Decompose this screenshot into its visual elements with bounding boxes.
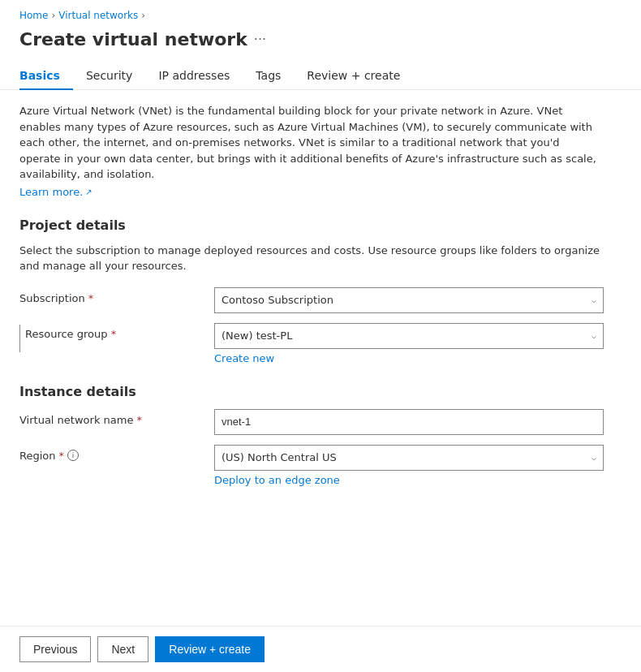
region-row: Region * i (US) North Central US ⌵ Deplo… bbox=[19, 445, 622, 486]
next-button[interactable]: Next bbox=[97, 636, 148, 662]
resource-group-control-wrap: (New) test-PL ⌵ Create new bbox=[214, 323, 604, 364]
resource-group-required: * bbox=[111, 328, 117, 340]
main-content: Azure Virtual Network (VNet) is the fund… bbox=[0, 90, 641, 509]
region-select[interactable]: (US) North Central US ⌵ bbox=[214, 445, 604, 471]
region-label: Region * i bbox=[19, 445, 214, 462]
subscription-control-wrap: Contoso Subscription ⌵ bbox=[214, 287, 604, 313]
subscription-row: Subscription * Contoso Subscription ⌵ bbox=[19, 287, 622, 313]
breadcrumb-chevron-1: › bbox=[51, 10, 55, 21]
subscription-value: Contoso Subscription bbox=[222, 294, 333, 306]
external-link-icon: ↗ bbox=[85, 187, 92, 196]
deploy-edge-zone-link[interactable]: Deploy to an edge zone bbox=[214, 474, 604, 486]
resource-group-value: (New) test-PL bbox=[222, 330, 292, 342]
subscription-required: * bbox=[88, 292, 94, 304]
vnet-name-label: Virtual network name * bbox=[19, 409, 214, 426]
breadcrumb-chevron-2: › bbox=[141, 10, 145, 21]
resource-group-select[interactable]: (New) test-PL ⌵ bbox=[214, 323, 604, 349]
project-details-section: Project details Select the subscription … bbox=[19, 218, 622, 364]
subscription-select[interactable]: Contoso Subscription ⌵ bbox=[214, 287, 604, 313]
tabs-bar: Basics Security IP addresses Tags Review… bbox=[0, 62, 641, 90]
subscription-arrow-icon: ⌵ bbox=[592, 295, 596, 304]
tab-basics[interactable]: Basics bbox=[19, 62, 73, 90]
page-header: Create virtual network ··· bbox=[0, 26, 641, 62]
create-new-link[interactable]: Create new bbox=[214, 352, 604, 364]
learn-more-link[interactable]: Learn more. ↗ bbox=[19, 186, 92, 198]
resource-group-label-wrap: Resource group * bbox=[19, 323, 214, 352]
breadcrumb: Home › Virtual networks › bbox=[0, 0, 641, 26]
vnet-name-input[interactable] bbox=[214, 409, 604, 435]
previous-button[interactable]: Previous bbox=[19, 636, 91, 662]
instance-details-section: Instance details Virtual network name * … bbox=[19, 384, 622, 486]
footer: Previous Next Review + create bbox=[0, 626, 641, 672]
region-info-icon[interactable]: i bbox=[67, 450, 79, 461]
region-control-wrap: (US) North Central US ⌵ Deploy to an edg… bbox=[214, 445, 604, 486]
vnet-description: Azure Virtual Network (VNet) is the fund… bbox=[19, 103, 604, 183]
resource-group-label: Resource group bbox=[25, 328, 108, 340]
more-options-icon[interactable]: ··· bbox=[254, 32, 266, 47]
learn-more-text: Learn more. bbox=[19, 186, 83, 198]
tab-review-create[interactable]: Review + create bbox=[294, 62, 413, 90]
breadcrumb-virtual-networks[interactable]: Virtual networks bbox=[58, 10, 138, 21]
subscription-label: Subscription * bbox=[19, 287, 214, 304]
review-create-button[interactable]: Review + create bbox=[155, 636, 265, 662]
project-details-description: Select the subscription to manage deploy… bbox=[19, 243, 604, 274]
region-required: * bbox=[59, 450, 65, 462]
breadcrumb-home[interactable]: Home bbox=[19, 10, 48, 21]
region-arrow-icon: ⌵ bbox=[592, 453, 596, 462]
tab-ip-addresses[interactable]: IP addresses bbox=[145, 62, 243, 90]
vnet-name-control-wrap bbox=[214, 409, 604, 435]
vnet-name-row: Virtual network name * bbox=[19, 409, 622, 435]
tab-tags[interactable]: Tags bbox=[243, 62, 294, 90]
instance-details-title: Instance details bbox=[19, 384, 622, 399]
resource-group-arrow-icon: ⌵ bbox=[592, 331, 596, 340]
resource-group-row: Resource group * (New) test-PL ⌵ Create … bbox=[19, 323, 622, 364]
vnet-name-required: * bbox=[136, 414, 142, 426]
tab-security[interactable]: Security bbox=[73, 62, 146, 90]
region-value: (US) North Central US bbox=[222, 451, 337, 463]
project-details-title: Project details bbox=[19, 218, 622, 233]
page-title: Create virtual network bbox=[19, 29, 247, 50]
